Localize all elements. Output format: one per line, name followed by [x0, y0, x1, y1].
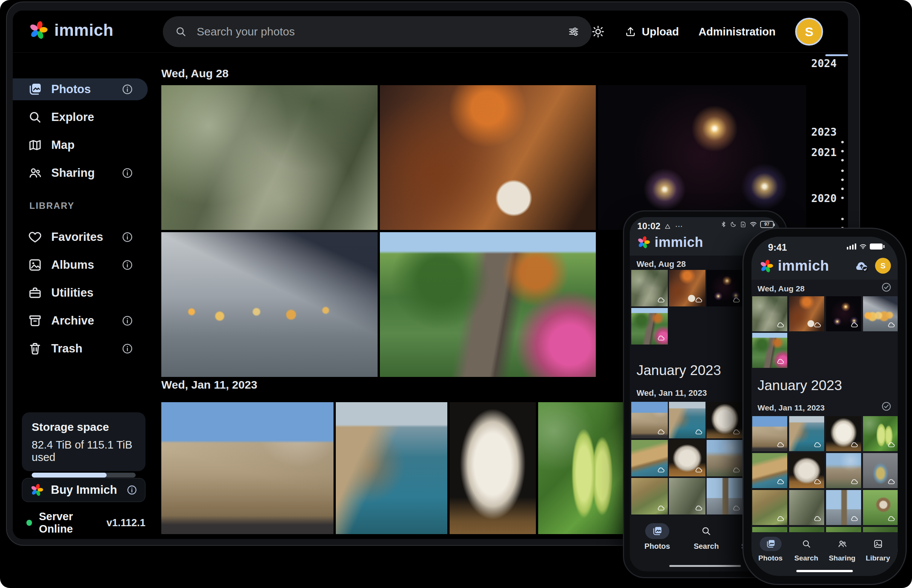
- phone1-date-header-2: Wed, Jan 11, 2023: [636, 388, 707, 398]
- thumb-fireworks[interactable]: [826, 296, 861, 331]
- phone2-nav-sharing[interactable]: Sharing: [826, 537, 858, 562]
- sidebar-label-utilities: Utilities: [51, 286, 94, 300]
- phone1-status-time: 10:02: [637, 221, 660, 231]
- thumb-autumn-dinner[interactable]: [669, 270, 705, 307]
- phone1-nav-search[interactable]: Search: [689, 523, 723, 551]
- photo-fortress-walls[interactable]: [161, 402, 334, 534]
- thumb-tower[interactable]: [707, 478, 743, 515]
- phone2-nav-search[interactable]: Search: [790, 537, 822, 562]
- thumb-fortress[interactable]: [752, 416, 787, 451]
- thumb-autumn-park[interactable]: [631, 308, 668, 344]
- theme-toggle-sun-icon[interactable]: [591, 25, 605, 39]
- map-icon: [28, 138, 42, 152]
- thumb-farmhouse[interactable]: [863, 490, 897, 525]
- photo-coastal-bay[interactable]: [336, 402, 447, 534]
- thumb-stone-sculpture[interactable]: [789, 453, 824, 488]
- timeline-year-2020[interactable]: 2020: [810, 192, 837, 205]
- select-all-check-icon[interactable]: [881, 401, 892, 412]
- administration-link[interactable]: Administration: [698, 26, 776, 38]
- upload-button[interactable]: Upload: [625, 26, 679, 38]
- info-icon[interactable]: [126, 485, 137, 496]
- buy-immich-label: Buy Immich: [51, 483, 117, 497]
- phone2-user-avatar[interactable]: S: [875, 258, 891, 274]
- cloud-sync-icon: [776, 320, 785, 330]
- thumb-stone-bridge[interactable]: [631, 478, 668, 515]
- phone2-nav-library[interactable]: Library: [862, 537, 894, 562]
- server-version: v1.112.1: [106, 517, 145, 529]
- cloud-sync-icon: [732, 427, 741, 436]
- thumb-fortress[interactable]: [631, 402, 668, 438]
- thumb-holding-hands[interactable]: [863, 296, 897, 331]
- photo-holding-hands[interactable]: [161, 232, 378, 377]
- battery-icon: [870, 244, 883, 250]
- thumb-beach-cliff[interactable]: [631, 440, 668, 477]
- photo-green-berries[interactable]: [538, 402, 626, 534]
- thumb-fireworks[interactable]: [707, 270, 743, 307]
- avatar-initial: S: [805, 24, 814, 39]
- buy-immich-button[interactable]: Buy Immich: [22, 478, 145, 502]
- sdcard-icon: [740, 221, 747, 228]
- thumb-lizard[interactable]: [669, 478, 705, 515]
- thumb-ornament[interactable]: [863, 453, 897, 488]
- sidebar-item-favorites[interactable]: Favorites: [13, 226, 152, 248]
- select-all-check-icon[interactable]: [881, 282, 892, 292]
- info-icon[interactable]: [121, 315, 133, 327]
- timeline-scrubber-position[interactable]: [825, 54, 848, 56]
- cloud-sync-icon: [657, 427, 665, 436]
- thumb-tower[interactable]: [826, 490, 861, 525]
- thumb-ruins[interactable]: [826, 453, 861, 488]
- info-icon[interactable]: [121, 342, 133, 355]
- user-avatar[interactable]: S: [795, 18, 823, 45]
- battery-percent: 97: [764, 221, 769, 227]
- info-icon[interactable]: [121, 167, 133, 179]
- thumb-coastal-bay[interactable]: [669, 402, 705, 438]
- sidebar-item-photos[interactable]: Photos: [13, 78, 148, 100]
- cloud-sync-icon: [887, 440, 896, 449]
- sidebar-item-utilities[interactable]: Utilities: [13, 282, 152, 304]
- thumb-stone-bridge[interactable]: [752, 490, 787, 525]
- photo-fireworks[interactable]: [598, 85, 806, 230]
- photo-autumn-park-path[interactable]: [380, 232, 596, 377]
- photo-autumn-dinner-table[interactable]: [380, 85, 596, 230]
- cloud-sync-icon: [694, 465, 703, 475]
- sidebar-item-map[interactable]: Map: [13, 134, 152, 156]
- sidebar-item-trash[interactable]: Trash: [13, 338, 152, 360]
- photo-marble-bust[interactable]: [450, 402, 536, 534]
- storage-progress-track: [32, 473, 136, 478]
- thumb-autumn-park[interactable]: [752, 333, 787, 368]
- sidebar-item-albums[interactable]: Albums: [13, 254, 152, 276]
- search-filters-icon[interactable]: [568, 26, 579, 38]
- trash-icon: [28, 341, 42, 356]
- cloud-backup-icon[interactable]: [853, 258, 870, 275]
- timeline-year-2021[interactable]: 2021: [810, 146, 837, 159]
- phone2-date-header-2: Wed, Jan 11, 2023: [757, 403, 825, 412]
- thumb-ruins[interactable]: [707, 440, 743, 477]
- search-input[interactable]: [197, 25, 558, 38]
- thumb-autumn-dinner[interactable]: [789, 296, 824, 331]
- info-icon[interactable]: [121, 83, 133, 95]
- phone2-nav-photos[interactable]: Photos: [754, 537, 786, 562]
- thumb-zoo-monkeys[interactable]: [631, 270, 668, 307]
- info-icon[interactable]: [121, 231, 133, 243]
- search-icon: [701, 526, 712, 536]
- timeline-year-2023[interactable]: 2023: [810, 126, 837, 138]
- thumb-coastal-bay[interactable]: [789, 416, 824, 451]
- home-indicator[interactable]: [669, 565, 741, 567]
- timeline-year-2024[interactable]: 2024: [810, 57, 837, 70]
- thumb-zoo-monkeys[interactable]: [752, 296, 787, 331]
- cloud-sync-icon: [813, 477, 822, 486]
- home-indicator[interactable]: [796, 570, 853, 572]
- sidebar-item-archive[interactable]: Archive: [13, 310, 152, 332]
- sidebar-item-explore[interactable]: Explore: [13, 106, 152, 128]
- info-icon[interactable]: [121, 259, 133, 271]
- thumb-marble-bust[interactable]: [826, 416, 861, 451]
- sidebar-item-sharing[interactable]: Sharing: [13, 162, 152, 184]
- thumb-stone-sculpture[interactable]: [669, 440, 705, 477]
- thumb-beach-cliff[interactable]: [752, 453, 787, 488]
- thumb-lizard[interactable]: [789, 490, 824, 525]
- photo-zoo-monkeys[interactable]: [161, 85, 378, 230]
- search-bar[interactable]: [163, 16, 592, 47]
- thumb-green-berries[interactable]: [863, 416, 897, 451]
- thumb-marble-bust[interactable]: [707, 402, 743, 438]
- phone1-nav-photos[interactable]: Photos: [640, 523, 674, 551]
